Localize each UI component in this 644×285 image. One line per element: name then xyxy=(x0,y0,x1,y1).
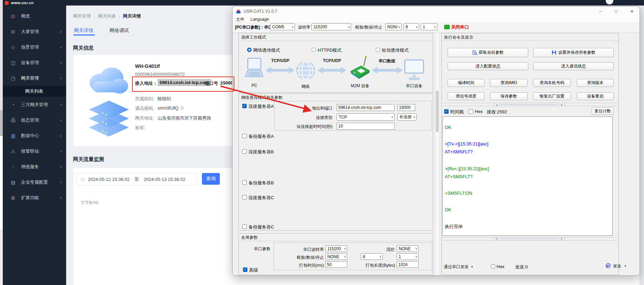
radio-net-transparent-label[interactable]: 网络透传模式 xyxy=(253,47,280,53)
password-visibility-icon[interactable]: ◎ xyxy=(180,105,184,110)
backup-server-c-label[interactable]: 备份服务器C xyxy=(248,224,274,230)
sidebar-item-gateway-mgmt[interactable]: ◳ 网关管理 ∧ xyxy=(3,70,66,86)
radio-httpd-mode[interactable] xyxy=(311,48,316,52)
menu-file[interactable]: 文件 xyxy=(236,17,244,22)
databits-select[interactable]: 8∨ xyxy=(403,23,419,30)
checkbox-hex-send[interactable] xyxy=(491,264,495,268)
maximize-button[interactable]: □ xyxy=(610,8,622,15)
minimize-button[interactable]: – xyxy=(594,8,606,15)
sidebar-item-third-party-gateway[interactable]: ◔ 三方网关管理 ∨ xyxy=(3,97,66,112)
sidebar-item-gateway-list[interactable]: 网关列表 xyxy=(3,86,66,97)
access-address-value[interactable]: 59614.cnsh.iot-tcp.com xyxy=(157,79,211,86)
pack-length-input[interactable]: 1024 xyxy=(397,261,419,268)
com-port-select[interactable]: COM5∨ xyxy=(270,23,295,30)
send-button[interactable]: 发送 ▼ xyxy=(613,263,627,269)
breadcrumb-item[interactable]: 网关列表 xyxy=(98,13,116,19)
query-signal-button[interactable]: 查信号强度 xyxy=(448,92,484,100)
sidebar-item-value-added-services[interactable]: ♢ 增值服务 ∨ xyxy=(3,159,66,174)
pack-time-input[interactable]: 50 xyxy=(325,261,347,268)
sidebar-item-overview[interactable]: ⊡ 概览 xyxy=(3,8,66,24)
serial-device-icon xyxy=(404,59,424,81)
enter-comm-button[interactable]: 进入通讯状态 xyxy=(533,62,614,70)
timestamp-label[interactable]: 时间戳 xyxy=(450,109,464,115)
factory-reset-button[interactable]: 恢复出厂设置 xyxy=(533,92,571,100)
tab-gateway-detail[interactable]: 网关详情 xyxy=(74,28,93,34)
backup-server-a-label[interactable]: 备份服务器A xyxy=(248,133,274,140)
query-imei-button[interactable]: 查询IMEI xyxy=(490,79,528,87)
splitter-handle[interactable]: ▼▼ xyxy=(494,237,565,241)
sidebar-item-extensions[interactable]: ⊞ 扩展功能 ∨ xyxy=(3,190,66,205)
browser-scrollbar[interactable] xyxy=(641,6,644,285)
close-serial-button[interactable]: 关闭串口 xyxy=(451,24,469,30)
alarm-icon: ⚠ xyxy=(10,149,17,154)
checkbox-server-b[interactable] xyxy=(242,149,247,154)
send-via-serial-dropdown[interactable]: 通过串口发送 ▼ xyxy=(444,263,473,271)
value-added-icon: ♢ xyxy=(10,164,17,170)
server-a-label[interactable]: 连接服务器A xyxy=(248,103,274,110)
server-b-label[interactable]: 连接服务器B xyxy=(248,149,274,155)
checkbox-backup-server-a[interactable] xyxy=(242,134,247,138)
date-range-input[interactable]: ◷ 2024-05-12 15:36:02 至 2024-05-13 15:36… xyxy=(76,173,197,185)
radio-httpd-label[interactable]: HTTPD模式 xyxy=(318,47,341,53)
query-version-button[interactable]: 查询版本 xyxy=(577,79,614,87)
radio-sms-transparent-label[interactable]: 短信透传模式 xyxy=(382,47,409,53)
radio-sms-transparent-mode[interactable] xyxy=(376,48,380,52)
get-params-button[interactable]: 获取当前参数 xyxy=(448,48,528,57)
query-phone-number-button[interactable]: 查询本机号码 xyxy=(533,79,571,87)
global-parity-select[interactable]: NONE∨ xyxy=(325,253,347,260)
checkbox-backup-server-b[interactable] xyxy=(242,180,247,185)
menu-language[interactable]: Language xyxy=(251,17,269,22)
checkbox-timestamp[interactable] xyxy=(444,109,449,114)
date-from-value[interactable]: 2024-05-12 15:36:02 xyxy=(88,177,130,182)
send-icon xyxy=(605,263,611,268)
checkbox-advanced[interactable] xyxy=(243,267,247,272)
server-a-port-input[interactable]: 15000 xyxy=(397,104,415,111)
save-params-button[interactable]: 保存参数 xyxy=(490,92,528,100)
device-restart-button[interactable]: 设备重启 xyxy=(577,92,614,100)
sidebar-item-data-center[interactable]: ▥ 数据中心 ∨ xyxy=(3,128,66,143)
server-c-label[interactable]: 连接服务器C xyxy=(248,195,274,201)
advanced-label[interactable]: 高级 xyxy=(249,267,258,273)
set-save-params-button[interactable]: 设置并保存所有参数 xyxy=(533,48,614,57)
keepalive-select[interactable]: 长连接∨ xyxy=(397,113,417,121)
window-titlebar[interactable]: USR-CAT1 V1.0.7 – □ ✕ xyxy=(233,7,640,16)
close-button[interactable]: ✕ xyxy=(626,8,638,15)
params-scrollbar[interactable] xyxy=(435,33,439,275)
log-output[interactable]: OK >[Tx->][15:35:21][asc] AT+SMSFLT? >[R… xyxy=(442,116,613,236)
hex-send-label[interactable]: Hex xyxy=(497,264,504,269)
enter-config-button[interactable]: 进入配置状态 xyxy=(448,62,528,70)
addr-port-label: 地址和端口 xyxy=(284,105,333,111)
query-button[interactable]: 查询 xyxy=(202,173,220,185)
tab-network-debug[interactable]: 网络调试 xyxy=(110,28,129,34)
backup-server-b-label[interactable]: 备份服务器B xyxy=(248,180,274,186)
server-a-address-input[interactable]: 59614.cnsh.iot-tcp.com xyxy=(337,104,395,111)
parity-select[interactable]: NONI∨ xyxy=(385,23,402,30)
hex-recv-label[interactable]: Hex xyxy=(475,109,483,114)
date-to-value[interactable]: 2024-05-13 15:36:02 xyxy=(144,177,185,182)
sidebar-item-configuration-mgmt[interactable]: 品 组态管理 ∨ xyxy=(3,112,66,128)
checkbox-server-c[interactable] xyxy=(242,195,247,200)
global-databits-select[interactable]: 8∨ xyxy=(361,253,383,260)
conn-type-select[interactable]: TCP∨ xyxy=(337,113,395,121)
checkbox-server-a[interactable] xyxy=(242,104,247,108)
short-conn-timeout-input[interactable]: 10 xyxy=(337,123,395,130)
params-scrollbar-thumb[interactable] xyxy=(436,91,439,132)
sidebar-item-scene-mgmt[interactable]: ◇ 场景管理 ∨ xyxy=(3,39,66,55)
compile-time-button[interactable]: 编译时间 xyxy=(448,79,484,87)
checkbox-hex-recv[interactable] xyxy=(469,109,473,114)
global-stopbits-select[interactable]: 1∨ xyxy=(397,253,419,260)
breadcrumb-item[interactable]: 网关管理 xyxy=(73,13,91,19)
splitter-handle[interactable]: ▲▲ xyxy=(494,103,565,106)
background-strip xyxy=(0,136,3,229)
global-baud-select[interactable]: 115200∨ xyxy=(325,245,347,252)
reset-count-button[interactable]: 复位计数 xyxy=(592,107,614,115)
radio-net-transparent-mode[interactable] xyxy=(247,48,252,52)
sidebar-item-alarm-linkage[interactable]: ⚠ 报警联动 ∨ xyxy=(3,143,66,159)
sidebar-item-device-mgmt[interactable]: ◫ 设备管理 ∨ xyxy=(3,55,66,70)
sidebar-item-enterprise-config[interactable]: ▤ 企业专属配置 ∨ xyxy=(3,174,66,190)
sidebar-item-screen-mgmt[interactable]: ⊟ 大屏管理 ∨ xyxy=(3,24,66,39)
stopbits-select[interactable]: 1∨ xyxy=(421,23,437,30)
checkbox-backup-server-c[interactable] xyxy=(242,224,247,229)
baud-select[interactable]: 115200∨ xyxy=(311,23,351,30)
flow-control-select[interactable]: NONE∨ xyxy=(397,245,419,252)
